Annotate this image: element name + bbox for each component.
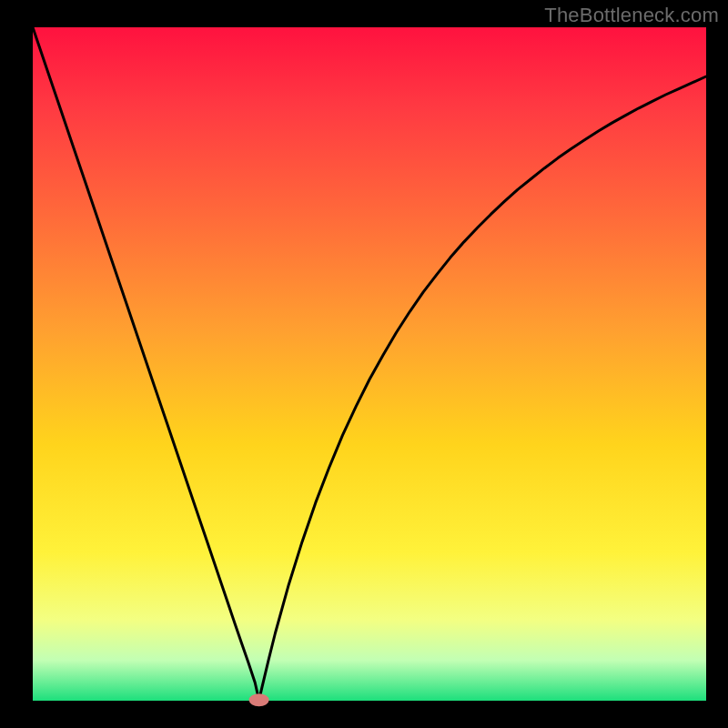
- attribution-label: TheBottleneck.com: [544, 4, 719, 27]
- chart-frame: TheBottleneck.com: [0, 0, 728, 728]
- bottleneck-chart: [0, 0, 728, 728]
- optimal-point-marker: [249, 693, 269, 706]
